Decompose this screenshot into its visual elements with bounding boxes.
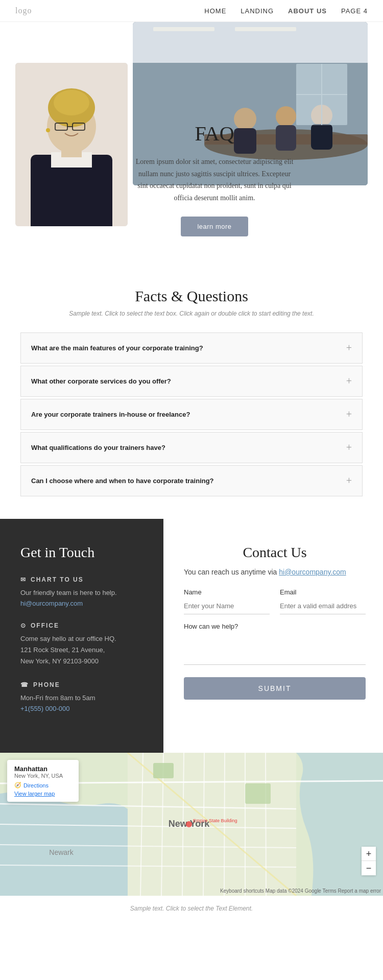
faq-question-3: Are your corporate trainers in-house or … [31, 411, 190, 418]
svg-rect-3 [235, 27, 296, 31]
faq-section: Facts & Questions Sample text. Click to … [0, 257, 383, 519]
faq-item[interactable]: What other corporate services do you off… [20, 366, 363, 397]
office-desc: Come say hello at our office HQ. [20, 633, 143, 644]
form-row-name-email: Name Email [184, 588, 366, 614]
zoom-out-button[interactable]: − [362, 861, 376, 875]
svg-rect-44 [153, 763, 174, 778]
phone-block: ☎ PHONE Mon-Fri from 8am to 5am +1(555) … [20, 681, 143, 713]
nav-links: HOME LANDING ABOUT US PAGE 4 [204, 7, 368, 15]
map-popup: Manhattan New York, NY, USA 🧭 Directions… [7, 760, 79, 802]
map-section: New York Newark Empire State Building Ma… [0, 753, 383, 896]
contact-intro: You can reach us anytime via hi@ourcompa… [184, 568, 366, 576]
larger-map-link[interactable]: View larger map [14, 791, 71, 797]
office-addr1: 121 Rock Street, 21 Avenue, [20, 644, 143, 656]
faq-list: What are the main features of your corpo… [20, 332, 363, 496]
map-attribution: Keyboard shortcuts Map data ©2024 Google… [220, 888, 381, 894]
contact-form-panel: Contact Us You can reach us anytime via … [163, 519, 383, 753]
faq-item[interactable]: What qualifications do your trainers hav… [20, 432, 363, 463]
how-help-label: How can we help? [184, 623, 366, 630]
nav-landing[interactable]: LANDING [241, 7, 274, 15]
faq-plus-icon-2: + [346, 375, 352, 387]
chart-email-link[interactable]: hi@ourcompany.com [20, 600, 83, 607]
name-input[interactable] [184, 598, 270, 614]
faq-title: Facts & Questions [20, 288, 363, 305]
svg-text:Empire State Building: Empire State Building [193, 818, 237, 823]
directions-button[interactable]: 🧭 Directions [14, 782, 49, 788]
faq-subtitle: Sample text. Click to select the text bo… [20, 310, 363, 317]
hero-body: Lorem ipsum dolor sit amet, consectetur … [133, 156, 296, 204]
faq-plus-icon-4: + [346, 442, 352, 453]
envelope-icon: ✉ [20, 576, 27, 583]
submit-button[interactable]: SUBMIT [184, 677, 366, 700]
svg-point-26 [46, 128, 50, 132]
contact-section: Get in Touch ✉ CHART TO US Our friendly … [0, 519, 383, 753]
nav-page4[interactable]: PAGE 4 [341, 7, 368, 15]
directions-icon: 🧭 [14, 782, 21, 788]
svg-rect-12 [311, 124, 332, 150]
svg-line-38 [224, 753, 225, 896]
nav-home[interactable]: HOME [204, 7, 226, 15]
faq-question-5: Can I choose where and when to have corp… [31, 477, 214, 485]
faq-plus-icon-3: + [346, 409, 352, 420]
how-help-textarea[interactable] [184, 634, 366, 665]
office-title: ⊙ OFFICE [20, 622, 143, 629]
map-background: New York Newark Empire State Building Ma… [0, 753, 383, 896]
location-icon: ⊙ [20, 622, 27, 629]
name-field-group: Name [184, 588, 270, 614]
office-addr2: New York, NY 92103-9000 [20, 656, 143, 667]
phone-hours: Mon-Fri from 8am to 5am [20, 692, 143, 704]
faq-question-2: What other corporate services do you off… [31, 377, 171, 385]
svg-point-22 [54, 90, 89, 115]
phone-number-link[interactable]: +1(555) 000-000 [20, 705, 70, 712]
faq-question-1: What are the main features of your corpo… [31, 344, 203, 352]
phone-title: ☎ PHONE [20, 681, 143, 688]
email-field-group: Email [280, 588, 366, 614]
faq-question-4: What qualifications do your trainers hav… [31, 444, 165, 451]
faq-plus-icon-1: + [346, 342, 352, 354]
how-help-group: How can we help? [184, 623, 366, 667]
hero-content: FAQ Lorem ipsum dolor sit amet, consecte… [133, 122, 296, 236]
hero-portrait-image [15, 63, 128, 226]
nav-about-us[interactable]: ABOUT US [288, 7, 327, 15]
faq-item[interactable]: Are your corporate trainers in-house or … [20, 399, 363, 430]
phone-icon: ☎ [20, 681, 29, 688]
svg-text:Newark: Newark [49, 848, 74, 856]
hero-section: FAQ Lorem ipsum dolor sit amet, consecte… [0, 22, 383, 257]
office-block: ⊙ OFFICE Come say hello at our office HQ… [20, 622, 143, 667]
email-label: Email [280, 588, 366, 596]
map-place-name: Manhattan [14, 765, 71, 773]
map-zoom-controls: + − [362, 847, 376, 875]
learn-more-button[interactable]: learn more [181, 217, 248, 236]
chart-to-us-block: ✉ CHART TO US Our friendly team is here … [20, 576, 143, 608]
contact-form-title: Contact Us [184, 544, 366, 561]
get-in-touch-panel: Get in Touch ✉ CHART TO US Our friendly … [0, 519, 163, 753]
footer-sample-text: Sample text. Click to select the Text El… [130, 905, 253, 912]
chart-desc: Our friendly team is here to help. [20, 587, 143, 599]
footer: Sample text. Click to select the Text El… [0, 896, 383, 921]
email-input[interactable] [280, 598, 366, 614]
faq-item[interactable]: Can I choose where and when to have corp… [20, 465, 363, 496]
faq-plus-icon-5: + [346, 475, 352, 487]
faq-item[interactable]: What are the main features of your corpo… [20, 332, 363, 364]
navbar: logo HOME LANDING ABOUT US PAGE 4 [0, 0, 383, 22]
svg-rect-2 [153, 27, 214, 31]
chart-title: ✉ CHART TO US [20, 576, 143, 583]
svg-point-46 [186, 821, 192, 827]
name-label: Name [184, 588, 270, 596]
map-place-addr: New York, NY, USA [14, 773, 71, 779]
svg-rect-45 [245, 783, 271, 804]
hero-title: FAQ [133, 122, 296, 146]
portrait-svg [15, 63, 128, 226]
contact-email-link[interactable]: hi@ourcompany.com [279, 568, 346, 576]
logo: logo [15, 6, 32, 15]
get-in-touch-title: Get in Touch [20, 544, 143, 561]
svg-line-40 [266, 753, 266, 896]
zoom-in-button[interactable]: + [362, 847, 376, 861]
